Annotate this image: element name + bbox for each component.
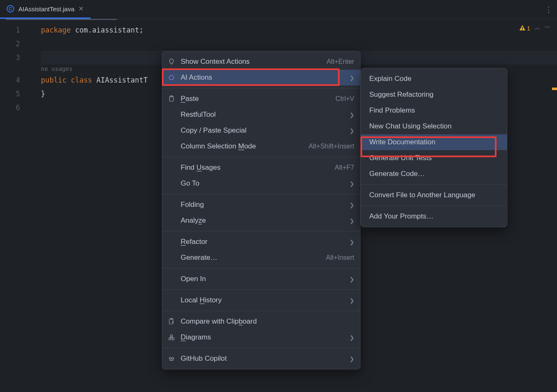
menu-item-compare-with-clipboard[interactable]: Compare with Clipboard	[162, 314, 360, 329]
submenu-item-label: Add Your Prompts…	[369, 212, 501, 221]
menu-item-restfultool[interactable]: RestfulTool❯	[162, 107, 360, 123]
svg-point-7	[172, 357, 174, 359]
close-icon[interactable]: ✕	[78, 5, 84, 13]
diag-icon	[167, 334, 176, 341]
menu-item-generate[interactable]: Generate…Alt+Insert	[162, 250, 360, 266]
line-number: 3	[0, 51, 41, 65]
chevron-right-icon: ❯	[350, 75, 354, 81]
menu-item-label: Analyze	[181, 216, 341, 225]
menu-separator	[162, 88, 360, 88]
menu-item-label: Refactor	[181, 238, 341, 246]
menu-item-folding[interactable]: Folding❯	[162, 197, 360, 213]
submenu-item-label: Write Documentation	[369, 138, 501, 146]
line-number: 4	[0, 73, 41, 87]
menu-separator	[162, 289, 360, 290]
submenu-item-label: Generate Code…	[369, 170, 501, 178]
menu-shortcut: Alt+Shift+Insert	[309, 143, 354, 150]
line-number: 6	[0, 101, 41, 115]
svg-rect-3	[169, 338, 171, 340]
menu-item-label: Compare with Clipboard	[181, 317, 354, 326]
submenu-item-label: New Chat Using Selection	[369, 122, 501, 131]
chevron-right-icon: ❯	[350, 239, 354, 245]
menu-item-label: Find Usages	[181, 163, 330, 172]
menu-shortcut: Alt+F7	[335, 164, 354, 171]
menu-item-open-in[interactable]: Open In❯	[162, 271, 360, 287]
chevron-right-icon: ❯	[350, 202, 354, 208]
menu-item-paste[interactable]: PasteCtrl+V	[162, 91, 360, 107]
chevron-right-icon: ❯	[350, 128, 354, 134]
menu-item-label: AI Actions	[181, 73, 341, 82]
submenu-item-explain-code[interactable]: Explain Code	[361, 71, 507, 87]
gutter: 1 2 3 4 5 6	[0, 19, 41, 392]
submenu-item-label: Generate Unit Tests	[369, 154, 501, 162]
submenu-item-label: Convert File to Another Language	[369, 191, 501, 199]
menu-item-label: Column Selection Mode	[181, 142, 304, 151]
menu-item-go-to[interactable]: Go To❯	[162, 176, 360, 191]
class-file-icon: C	[7, 5, 14, 13]
submenu-item-suggest-refactoring[interactable]: Suggest Refactoring	[361, 87, 507, 103]
menu-separator	[361, 206, 507, 206]
paste-icon	[167, 95, 176, 103]
menu-item-label: RestfulTool	[181, 111, 341, 119]
svg-rect-5	[171, 335, 173, 337]
copilot-icon	[167, 355, 176, 362]
chevron-right-icon: ❯	[350, 356, 354, 362]
svg-point-6	[169, 357, 171, 359]
menu-item-label: Show Context Actions	[181, 58, 322, 66]
menu-shortcut: Alt+Insert	[326, 254, 354, 261]
menu-item-column-selection-mode[interactable]: Column Selection ModeAlt+Shift+Insert	[162, 138, 360, 154]
menu-item-diagrams[interactable]: Diagrams❯	[162, 329, 360, 345]
svg-rect-4	[172, 338, 174, 340]
submenu-item-generate-unit-tests[interactable]: Generate Unit Tests	[361, 150, 507, 166]
submenu-item-new-chat-using-selection[interactable]: New Chat Using Selection	[361, 118, 507, 134]
menu-item-label: Folding	[181, 201, 341, 209]
menu-item-local-history[interactable]: Local History❯	[162, 292, 360, 308]
bulb-icon	[167, 58, 176, 65]
file-tab[interactable]: C AIAssistantTest.java ✕	[0, 0, 91, 19]
menu-item-label: Paste	[181, 95, 330, 103]
menu-separator	[162, 157, 360, 157]
chevron-right-icon: ❯	[350, 112, 354, 118]
chevron-right-icon: ❯	[350, 276, 354, 282]
menu-item-label: Open In	[181, 275, 341, 283]
context-menu: Show Context ActionsAlt+EnterAI Actions❯…	[162, 51, 360, 369]
menu-item-refactor[interactable]: Refactor❯	[162, 234, 360, 250]
menu-item-label: Local History	[181, 296, 341, 304]
menu-item-label: Generate…	[181, 254, 321, 262]
menu-item-ai-actions[interactable]: AI Actions❯	[162, 70, 360, 85]
submenu-item-generate-code[interactable]: Generate Code…	[361, 166, 507, 182]
menu-item-github-copilot[interactable]: GitHub Copilot❯	[162, 351, 360, 367]
submenu-item-label: Explain Code	[369, 75, 501, 83]
submenu-item-label: Suggest Refactoring	[369, 90, 501, 99]
submenu-item-write-documentation[interactable]: Write Documentation	[361, 134, 507, 150]
svg-rect-2	[169, 319, 173, 324]
tab-bar: C AIAssistantTest.java ✕ ⋮	[0, 0, 557, 19]
menu-item-label: Go To	[181, 179, 341, 188]
ai-icon	[167, 74, 176, 81]
menu-item-show-context-actions[interactable]: Show Context ActionsAlt+Enter	[162, 54, 360, 70]
submenu-item-label: Find Problems	[369, 106, 501, 115]
menu-separator	[162, 194, 360, 194]
submenu-item-convert-file-to-another-language[interactable]: Convert File to Another Language	[361, 187, 507, 203]
menu-item-copy-paste-special[interactable]: Copy / Paste Special❯	[162, 123, 360, 138]
submenu-item-add-your-prompts[interactable]: Add Your Prompts…	[361, 209, 507, 224]
line-number: 5	[0, 87, 41, 101]
submenu-item-find-problems[interactable]: Find Problems	[361, 103, 507, 118]
tab-more-icon[interactable]: ⋮	[540, 5, 557, 14]
menu-separator	[361, 184, 507, 185]
menu-item-label: GitHub Copilot	[181, 354, 341, 363]
menu-shortcut: Alt+Enter	[327, 58, 354, 65]
menu-separator	[162, 348, 360, 348]
menu-separator	[162, 311, 360, 311]
menu-separator	[162, 268, 360, 269]
line-number: 1	[0, 23, 41, 37]
line-number: 2	[0, 37, 41, 51]
chevron-right-icon: ❯	[350, 334, 354, 341]
chevron-right-icon: ❯	[350, 297, 354, 304]
chevron-right-icon: ❯	[350, 218, 354, 224]
menu-item-analyze[interactable]: Analyze❯	[162, 213, 360, 229]
menu-shortcut: Ctrl+V	[335, 95, 354, 103]
menu-item-find-usages[interactable]: Find UsagesAlt+F7	[162, 160, 360, 176]
menu-item-label: Diagrams	[181, 333, 341, 342]
chevron-right-icon: ❯	[350, 181, 354, 187]
